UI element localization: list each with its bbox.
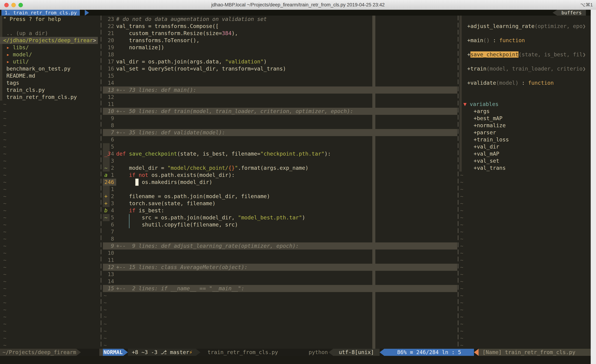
- code-line[interactable]: 6: [103, 136, 457, 143]
- code-line[interactable]: 22val_trans = transforms.Compose([: [103, 23, 457, 30]
- tilde-line: ~: [0, 129, 100, 136]
- code-line[interactable]: b4 if is_best:: [103, 207, 457, 214]
- fold-line[interactable]: 7+-- 35 lines: def validate(model):: [103, 129, 457, 136]
- code-line[interactable]: 21 custom_transform.Resize(size=384),: [103, 30, 457, 37]
- code-line[interactable]: 1: [103, 186, 457, 193]
- code-line[interactable]: 13: [103, 271, 457, 278]
- tree-item: [0, 23, 100, 30]
- scrollbar[interactable]: [591, 10, 596, 364]
- tagbar-statusline: [Name] train_retr_from_cls.py: [479, 349, 591, 356]
- code-line[interactable]: 14: [103, 79, 457, 87]
- window-separator-right[interactable]: [458, 16, 458, 349]
- file-explorer: " Press ? for help .. (up a dir)</jdhao/…: [0, 16, 100, 349]
- buffer-tab-active[interactable]: 1. train_retr_from_cls.py: [1, 10, 80, 16]
- tree-item[interactable]: train_retr_from_cls.py: [0, 94, 100, 101]
- git-branch-icon: ⎇: [161, 349, 167, 355]
- code-line[interactable]: 8: [103, 122, 457, 129]
- tree-item[interactable]: .. (up a dir): [0, 30, 100, 37]
- powerline-arrow-warning: [474, 349, 479, 356]
- tagbar-item[interactable]: +main() : function: [459, 37, 591, 44]
- fold-line[interactable]: 15+-- 2 lines: if __name__ == "__main__"…: [103, 285, 457, 292]
- code-line[interactable]: a1 if not os.path.exists(model_dir):: [103, 172, 457, 179]
- tagbar-section-header[interactable]: ▼ variables: [459, 101, 591, 108]
- code-line[interactable]: 20 transforms.ToTensor(),: [103, 37, 457, 44]
- tilde-line: ~: [103, 335, 457, 342]
- tilde-line: ~: [459, 257, 591, 264]
- bolt-icon: ⚡: [189, 349, 193, 355]
- tree-item[interactable]: ▸ model/: [0, 51, 100, 58]
- tree-item[interactable]: </jdhao/Projects/deep_firear>: [0, 37, 100, 44]
- tagbar-item[interactable]: +val_set: [459, 157, 591, 164]
- fold-line[interactable]: 12+-- 15 lines: class AverageMeter(objec…: [103, 264, 457, 271]
- fold-line[interactable]: 13+-- 73 lines: def main():: [103, 87, 457, 94]
- window-separator-left[interactable]: [101, 16, 101, 349]
- code-line[interactable]: 11: [103, 101, 457, 108]
- tagbar-item[interactable]: +best_mAP: [459, 115, 591, 122]
- tagbar-item[interactable]: +validate(model) : function: [459, 79, 591, 87]
- code-line[interactable]: 5: [103, 143, 457, 150]
- tilde-line: ~: [0, 115, 100, 122]
- window-title: jdhao-MBP.local ~/Projects/deep_firearm/…: [0, 0, 596, 10]
- mode-indicator: NORMAL: [103, 349, 123, 356]
- code-line[interactable]: _34def save_checkpoint(state, is_best, f…: [103, 150, 457, 157]
- code-line[interactable]: 9: [103, 115, 457, 122]
- code-line[interactable]: 7: [103, 228, 457, 235]
- tree-item[interactable]: tags: [0, 79, 100, 87]
- tagbar-item[interactable]: +val_trans: [459, 164, 591, 172]
- tilde-line: ~: [0, 186, 100, 193]
- tree-item[interactable]: benchmark_on_test.py: [0, 65, 100, 72]
- code-line[interactable]: 23# do not do data augmentation on valid…: [103, 16, 457, 23]
- tagbar-item[interactable]: +args: [459, 108, 591, 115]
- code-line[interactable]: 17val_dir = os.path.join(args.data, "val…: [103, 58, 457, 65]
- tagbar-item[interactable]: +normalize: [459, 122, 591, 129]
- code-line[interactable]: 11: [103, 257, 457, 264]
- tilde-line: ~: [0, 179, 100, 186]
- tilde-line: ~: [103, 320, 457, 328]
- tilde-line: ~: [459, 306, 591, 313]
- tagbar-item[interactable]: +train(model, train_loader, criterio❯: [459, 65, 591, 72]
- buffers-label: buffers: [557, 10, 586, 16]
- code-line[interactable]: 19 normalize]): [103, 44, 457, 51]
- code-line[interactable]: ~5 src = os.path.join(model_dir, "model_…: [103, 214, 457, 221]
- tilde-line: ~: [103, 342, 457, 349]
- code-line[interactable]: 16val_set = QuerySet(root=val_dir, trans…: [103, 65, 457, 72]
- code-line[interactable]: 6 shutil.copyfile(filename, src): [103, 221, 457, 228]
- tilde-line: ~: [459, 328, 591, 335]
- tilde-line: ~: [0, 278, 100, 285]
- code-line[interactable]: 15: [103, 72, 457, 79]
- code-line[interactable]: +3 torch.save(state, filename): [103, 200, 457, 207]
- tagbar-item[interactable]: +save_checkpoint(state, is_best, fil❯: [459, 51, 591, 58]
- command-line[interactable]: [0, 356, 591, 364]
- tagbar-outline: +adjust_learning_rate(optimizer, epo❯+ma…: [459, 16, 591, 349]
- code-line[interactable]: 10: [103, 249, 457, 257]
- tagbar-item[interactable]: +parser: [459, 129, 591, 136]
- tilde-line: ~: [0, 122, 100, 129]
- tilde-line: ~: [0, 221, 100, 228]
- tagbar-item[interactable]: +val_dir: [459, 143, 591, 150]
- tagbar-item[interactable]: +val_mAP: [459, 150, 591, 157]
- tree-item[interactable]: ▸ libs/: [0, 44, 100, 51]
- code-line[interactable]: 8: [103, 235, 457, 242]
- tagbar-item[interactable]: +train_loss: [459, 136, 591, 143]
- tilde-line: ~: [0, 150, 100, 157]
- iterm-window: jdhao-MBP.local ~/Projects/deep_firearm/…: [0, 0, 596, 364]
- tilde-line: ~: [0, 292, 100, 299]
- code-line[interactable]: ~2 model_dir = "model/check_point/{}".fo…: [103, 164, 457, 172]
- tree-item[interactable]: README.md: [0, 72, 100, 79]
- fold-line[interactable]: 9+-- 9 lines: def adjust_learning_rate(o…: [103, 242, 457, 249]
- tree-item[interactable]: ▸ util/: [0, 58, 100, 65]
- tree-item[interactable]: " Press ? for help: [0, 16, 100, 23]
- tilde-line: ~: [103, 299, 457, 306]
- code-line[interactable]: 14: [103, 278, 457, 285]
- tilde-line: ~: [0, 313, 100, 320]
- code-line[interactable]: +2 filename = os.path.join(model_dir, fi…: [103, 193, 457, 200]
- tagbar-item[interactable]: +adjust_learning_rate(optimizer, epo❯: [459, 23, 591, 30]
- code-line[interactable]: 246 os.makedirs(model_dir): [103, 179, 457, 186]
- editor: 23# do not do data augmentation on valid…: [103, 16, 457, 349]
- code-line[interactable]: 3: [103, 157, 457, 164]
- code-line[interactable]: 12: [103, 94, 457, 101]
- tree-item[interactable]: train_cls.py: [0, 87, 100, 94]
- tilde-line: ~: [459, 299, 591, 306]
- code-line[interactable]: 18: [103, 51, 457, 58]
- fold-line[interactable]: 10+-- 50 lines: def train(model, train_l…: [103, 108, 457, 115]
